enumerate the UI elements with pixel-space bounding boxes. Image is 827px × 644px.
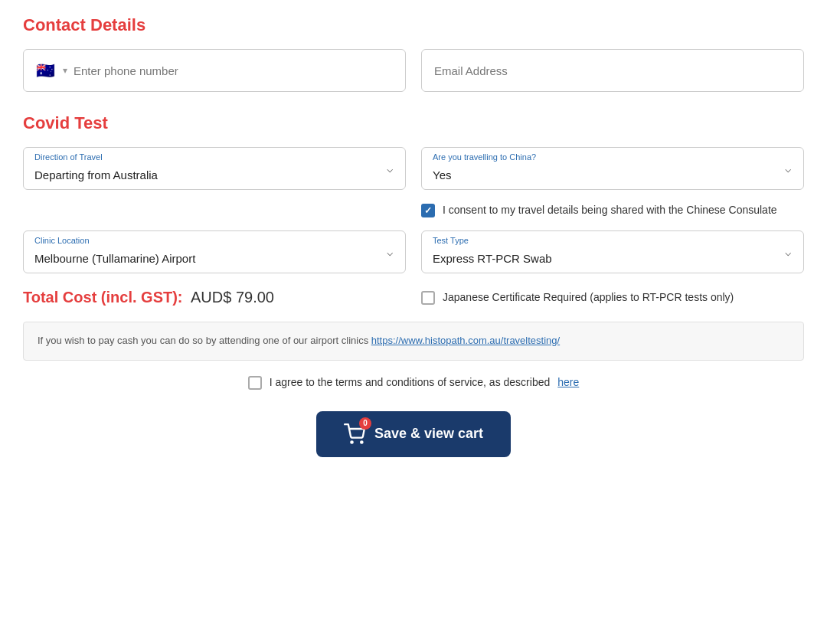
direction-of-travel-col: Direction of Travel Departing from Austr… [23, 147, 406, 218]
australia-flag-icon: 🇦🇺 [36, 61, 55, 80]
info-box-text: If you wish to pay cash you can do so by… [38, 335, 371, 346]
japanese-cert-checkbox[interactable] [421, 291, 435, 305]
email-col [421, 49, 804, 92]
clinic-test-row: Clinic Location Melbourne (Tullamarine) … [23, 230, 804, 273]
consent-text: I consent to my travel details being sha… [443, 202, 777, 218]
direction-of-travel-select-wrapper[interactable]: Direction of Travel Departing from Austr… [23, 147, 406, 190]
test-type-select-wrapper[interactable]: Test Type Express RT-PCR Swab ⌵ Express … [421, 230, 804, 273]
contact-details-title: Contact Details [23, 15, 804, 35]
info-box-link[interactable]: https://www.histopath.com.au/traveltesti… [371, 335, 560, 346]
total-cost-label: Total Cost (incl. GST): [23, 289, 183, 306]
phone-col: 🇦🇺 ▾ [23, 49, 406, 92]
info-box: If you wish to pay cash you can do so by… [23, 322, 804, 361]
total-cost-left: Total Cost (incl. GST): AUD$ 79.00 [23, 289, 406, 306]
cart-icon-wrap: 0 [344, 423, 365, 445]
terms-row: I agree to the terms and conditions of s… [23, 374, 804, 390]
total-cost-currency: AUD$ [191, 289, 231, 306]
phone-country-chevron-icon[interactable]: ▾ [63, 65, 67, 76]
consent-checkbox[interactable] [421, 204, 435, 217]
cart-badge: 0 [359, 417, 371, 430]
china-travel-col: Are you travelling to China? Yes ⌵ Yes N… [421, 147, 804, 218]
svg-point-1 [361, 441, 362, 443]
phone-input[interactable] [74, 64, 393, 77]
total-cost-value: 79.00 [236, 289, 274, 306]
terms-text: I agree to the terms and conditions of s… [270, 376, 551, 388]
terms-checkbox[interactable] [248, 376, 262, 390]
total-cost-right: Japanese Certificate Required (applies t… [421, 289, 804, 306]
japanese-cert-text: Japanese Certificate Required (applies t… [443, 289, 734, 306]
china-travel-select-wrapper[interactable]: Are you travelling to China? Yes ⌵ Yes N… [421, 147, 804, 190]
svg-point-0 [351, 441, 352, 443]
clinic-location-select-wrapper[interactable]: Clinic Location Melbourne (Tullamarine) … [23, 230, 406, 273]
cart-button-wrap: 0 Save & view cart [23, 411, 804, 457]
cart-button-label: Save & view cart [374, 426, 483, 442]
email-input[interactable] [434, 64, 791, 77]
covid-top-row: Direction of Travel Departing from Austr… [23, 147, 804, 218]
total-cost-row: Total Cost (incl. GST): AUD$ 79.00 Japan… [23, 289, 804, 306]
email-input-wrapper[interactable] [421, 49, 804, 92]
contact-details-row: 🇦🇺 ▾ [23, 49, 804, 92]
covid-test-title: Covid Test [23, 113, 804, 133]
test-type-col: Test Type Express RT-PCR Swab ⌵ Express … [421, 230, 804, 273]
clinic-location-col: Clinic Location Melbourne (Tullamarine) … [23, 230, 406, 273]
phone-input-wrapper[interactable]: 🇦🇺 ▾ [23, 49, 406, 92]
terms-link[interactable]: here [557, 376, 579, 388]
save-view-cart-button[interactable]: 0 Save & view cart [316, 411, 511, 457]
consent-block: I consent to my travel details being sha… [421, 202, 804, 218]
total-cost-amount: AUD$ 79.00 [191, 289, 274, 306]
